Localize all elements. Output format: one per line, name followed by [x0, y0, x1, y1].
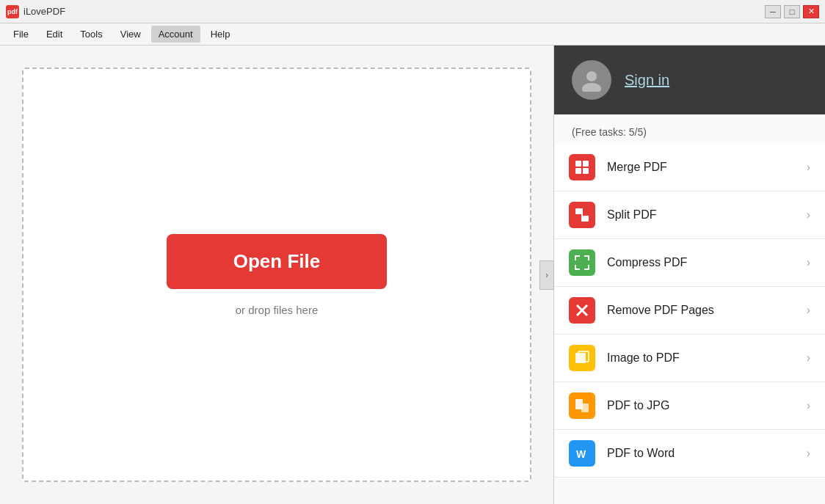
tool-compress-pdf[interactable]: Compress PDF › [554, 239, 825, 287]
left-panel: Open File or drop files here › [0, 45, 553, 504]
svg-rect-7 [583, 216, 589, 222]
tool-merge-pdf[interactable]: Merge PDF › [554, 144, 825, 191]
menu-account[interactable]: Account [151, 26, 200, 43]
svg-rect-4 [575, 168, 581, 174]
tools-list: Merge PDF › Split PDF › [554, 144, 825, 504]
logo-text: pdf [7, 8, 18, 15]
right-panel: Sign in (Free tasks: 5/5) Merge PDF › [553, 45, 825, 504]
tool-pdf-to-word-label: PDF to Word [607, 447, 795, 460]
pdf-word-chevron-icon: › [807, 447, 810, 460]
app-name: iLovePDF [23, 6, 65, 17]
remove-chevron-icon: › [807, 304, 810, 317]
minimize-button[interactable]: ─ [765, 5, 781, 18]
tool-image-to-pdf-label: Image to PDF [607, 351, 795, 365]
menu-edit[interactable]: Edit [39, 26, 70, 43]
tool-merge-pdf-label: Merge PDF [607, 161, 795, 174]
sign-in-link[interactable]: Sign in [625, 72, 669, 89]
svg-point-1 [582, 83, 601, 92]
tool-split-pdf[interactable]: Split PDF › [554, 191, 825, 239]
svg-rect-5 [583, 168, 589, 174]
svg-rect-3 [583, 161, 589, 167]
compress-chevron-icon: › [807, 256, 810, 269]
main-content: Open File or drop files here › Sign in (… [0, 45, 825, 504]
svg-point-0 [586, 71, 597, 81]
close-button[interactable]: ✕ [803, 5, 819, 18]
image-to-pdf-icon [569, 345, 595, 371]
tool-image-to-pdf[interactable]: Image to PDF › [554, 335, 825, 382]
svg-rect-6 [575, 208, 581, 214]
compress-pdf-icon [569, 249, 595, 276]
split-chevron-icon: › [807, 208, 810, 222]
split-pdf-icon [569, 202, 595, 228]
drop-zone[interactable]: Open File or drop files here [22, 67, 531, 482]
tool-pdf-to-word[interactable]: W PDF to Word › [554, 430, 825, 478]
title-bar-left: pdf iLovePDF [6, 5, 65, 18]
app-logo: pdf [6, 5, 19, 18]
merge-chevron-icon: › [807, 161, 810, 174]
tool-remove-pdf-pages[interactable]: Remove PDF Pages › [554, 287, 825, 335]
svg-text:W: W [576, 448, 586, 460]
sign-in-header: Sign in [554, 45, 825, 114]
avatar [572, 60, 611, 100]
free-tasks-label: (Free tasks: 5/5) [554, 114, 825, 144]
tool-split-pdf-label: Split PDF [607, 208, 795, 222]
remove-pdf-icon [569, 297, 595, 324]
menu-tools[interactable]: Tools [73, 26, 109, 43]
tool-compress-pdf-label: Compress PDF [607, 256, 795, 269]
menu-help[interactable]: Help [203, 26, 238, 43]
pdf-to-jpg-icon [569, 392, 595, 419]
svg-rect-2 [575, 161, 581, 167]
open-file-button[interactable]: Open File [167, 234, 387, 289]
tool-remove-pdf-pages-label: Remove PDF Pages [607, 304, 795, 317]
drop-text: or drop files here [236, 304, 319, 316]
window-controls: ─ □ ✕ [765, 5, 819, 18]
title-bar: pdf iLovePDF ─ □ ✕ [0, 0, 825, 23]
pdf-jpg-chevron-icon: › [807, 399, 810, 412]
restore-button[interactable]: □ [784, 5, 800, 18]
image-chevron-icon: › [807, 351, 810, 365]
pdf-to-word-icon: W [569, 440, 595, 467]
tool-pdf-to-jpg-label: PDF to JPG [607, 399, 795, 412]
menu-view[interactable]: View [113, 26, 148, 43]
menu-file[interactable]: File [6, 26, 36, 43]
svg-rect-14 [581, 403, 589, 412]
menu-bar: File Edit Tools View Account Help [0, 23, 825, 45]
panel-toggle-button[interactable]: › [539, 260, 554, 290]
merge-pdf-icon [569, 154, 595, 180]
tool-pdf-to-jpg[interactable]: PDF to JPG › [554, 382, 825, 430]
